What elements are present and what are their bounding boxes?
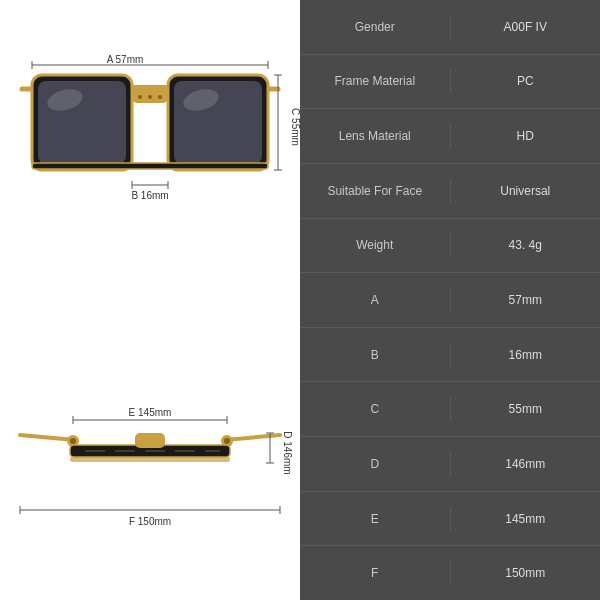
svg-rect-34 <box>135 433 165 448</box>
spec-label: Suitable For Face <box>300 179 451 203</box>
svg-rect-4 <box>38 81 126 164</box>
spec-value: PC <box>451 69 601 93</box>
spec-value: 43. 4g <box>451 233 601 257</box>
spec-value: 146mm <box>451 452 601 476</box>
svg-point-31 <box>224 438 230 444</box>
specs-panel: GenderA00F IVFrame MaterialPCLens Materi… <box>300 0 600 600</box>
spec-value: 57mm <box>451 288 601 312</box>
spec-row: F150mm <box>300 546 600 600</box>
glasses-side-view: E 145mm F 150mm D 146mm <box>10 325 290 565</box>
spec-row: Weight43. 4g <box>300 219 600 274</box>
svg-text:B  16mm: B 16mm <box>131 190 168 201</box>
spec-row: C55mm <box>300 382 600 437</box>
spec-value: HD <box>451 124 601 148</box>
svg-point-12 <box>158 95 162 99</box>
svg-text:F  150mm: F 150mm <box>129 516 171 527</box>
spec-label: Gender <box>300 15 451 39</box>
spec-row: Frame MaterialPC <box>300 55 600 110</box>
spec-value: Universal <box>451 179 601 203</box>
spec-row: E145mm <box>300 492 600 547</box>
spec-row: Lens MaterialHD <box>300 109 600 164</box>
spec-row: D146mm <box>300 437 600 492</box>
svg-text:E  145mm: E 145mm <box>129 407 172 418</box>
spec-value: 150mm <box>451 561 601 585</box>
spec-label: B <box>300 343 451 367</box>
left-panel: A 57mm B 16mm C 55mm <box>0 0 300 600</box>
svg-rect-33 <box>70 457 230 462</box>
svg-rect-7 <box>174 81 262 164</box>
svg-rect-13 <box>32 163 268 169</box>
spec-value: 55mm <box>451 397 601 421</box>
spec-value: A00F IV <box>451 15 601 39</box>
spec-label: E <box>300 507 451 531</box>
spec-label: C <box>300 397 451 421</box>
spec-label: A <box>300 288 451 312</box>
svg-text:D  146mm: D 146mm <box>282 431 293 474</box>
spec-value: 145mm <box>451 507 601 531</box>
svg-line-27 <box>225 435 280 440</box>
spec-label: Lens Material <box>300 124 451 148</box>
glasses-front-view: A 57mm B 16mm C 55mm <box>10 35 290 275</box>
svg-text:A  57mm: A 57mm <box>107 54 144 65</box>
svg-point-10 <box>138 95 142 99</box>
spec-label: Frame Material <box>300 69 451 93</box>
spec-label: D <box>300 452 451 476</box>
spec-label: Weight <box>300 233 451 257</box>
svg-point-29 <box>70 438 76 444</box>
spec-row: A57mm <box>300 273 600 328</box>
spec-row: B16mm <box>300 328 600 383</box>
svg-point-11 <box>148 95 152 99</box>
svg-line-26 <box>20 435 75 440</box>
spec-row: Suitable For FaceUniversal <box>300 164 600 219</box>
spec-value: 16mm <box>451 343 601 367</box>
spec-label: F <box>300 561 451 585</box>
spec-row: GenderA00F IV <box>300 0 600 55</box>
svg-text:C  55mm: C 55mm <box>290 108 301 146</box>
